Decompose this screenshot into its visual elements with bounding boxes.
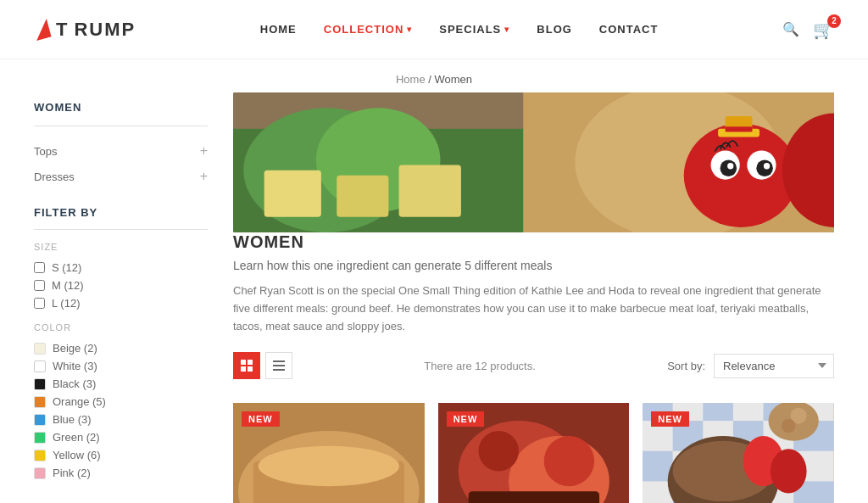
grid-view-button[interactable] [233, 352, 260, 379]
pink-swatch [34, 467, 46, 479]
sidebar-divider-1 [34, 126, 208, 126]
cart-button[interactable]: 🛒 2 [813, 20, 834, 40]
size-s-filter[interactable]: S (12) [34, 259, 208, 277]
product-card-2[interactable]: New [438, 403, 630, 503]
list-icon [273, 360, 285, 372]
beige-swatch [34, 343, 46, 355]
size-s-checkbox[interactable] [34, 262, 45, 273]
nav-blog[interactable]: BLOG [537, 23, 572, 36]
color-white-filter[interactable]: White (3) [34, 357, 208, 375]
sidebar-women-title: WOMEN [34, 101, 208, 114]
size-m-checkbox[interactable] [34, 280, 45, 291]
svg-rect-23 [248, 366, 253, 372]
product-badge-1: New [242, 411, 280, 427]
view-toggle [233, 352, 292, 379]
blue-swatch [34, 414, 46, 426]
svg-point-35 [543, 436, 593, 486]
grid-icon [241, 360, 253, 372]
nav-specials[interactable]: SPECIALS ▾ [439, 23, 509, 36]
svg-point-16 [764, 163, 770, 169]
color-black-filter[interactable]: Black (3) [34, 375, 208, 393]
size-filter-label: SIZE [34, 242, 208, 252]
svg-rect-19 [726, 126, 753, 131]
search-icon[interactable]: 🔍 [782, 21, 799, 37]
svg-point-57 [771, 450, 807, 494]
svg-rect-36 [468, 492, 598, 503]
nav-contact[interactable]: CONTACT [599, 23, 659, 36]
size-m-filter[interactable]: M (12) [34, 277, 208, 294]
logo-prefix: T [56, 19, 69, 41]
svg-rect-26 [273, 369, 285, 371]
nav-home[interactable]: HOME [260, 23, 297, 36]
product-badge-3: New [651, 411, 689, 427]
color-pink-filter[interactable]: Pink (2) [34, 464, 208, 482]
color-filter-label: COLOR [34, 322, 208, 333]
product-badge-2: New [447, 411, 485, 427]
svg-rect-25 [273, 365, 285, 366]
sort-select[interactable]: Relevance Price: Low to High Price: High… [714, 354, 834, 378]
specials-chevron: ▾ [504, 25, 509, 34]
logo[interactable]: TRUMP [34, 19, 136, 41]
yellow-swatch [34, 450, 46, 461]
sidebar-item-tops[interactable]: Tops + [34, 138, 208, 164]
size-l-checkbox[interactable] [34, 298, 45, 309]
category-description: Chef Ryan Scott is on the special One Sm… [233, 282, 834, 335]
size-l-filter[interactable]: L (12) [34, 294, 208, 312]
dresses-expand-icon: + [200, 169, 208, 184]
main-content: WOMEN Tops + Dresses + FILTER BY SIZE S … [0, 92, 868, 503]
color-green-filter[interactable]: Green (2) [34, 428, 208, 446]
nav-collection[interactable]: COLLECTION ▾ [324, 23, 413, 36]
logo-triangle [31, 19, 51, 41]
product-card-3[interactable]: New [643, 403, 834, 503]
svg-point-15 [727, 163, 733, 169]
main-nav: HOME COLLECTION ▾ SPECIALS ▾ BLOG CONTAC… [260, 23, 659, 36]
color-blue-filter[interactable]: Blue (3) [34, 411, 208, 428]
green-swatch [34, 432, 46, 444]
sort-section: Sort by: Relevance Price: Low to High Pr… [667, 354, 834, 378]
filter-by-title: FILTER BY [34, 206, 208, 219]
category-hero-image [233, 92, 834, 232]
black-swatch [34, 378, 46, 390]
svg-rect-22 [241, 366, 246, 372]
svg-rect-5 [337, 176, 388, 217]
sidebar: WOMEN Tops + Dresses + FILTER BY SIZE S … [34, 92, 208, 503]
breadcrumb-current: Women [434, 73, 472, 86]
logo-text: RUMP [74, 19, 136, 41]
svg-rect-4 [264, 170, 321, 217]
orange-swatch [34, 396, 46, 408]
category-subtitle: Learn how this one ingredient can genera… [233, 259, 834, 272]
category-title: WOMEN [233, 232, 834, 252]
svg-point-30 [259, 446, 399, 487]
svg-point-9 [684, 124, 798, 227]
sidebar-item-dresses[interactable]: Dresses + [34, 164, 208, 189]
sidebar-divider-2 [34, 229, 208, 230]
content-area: WOMEN Learn how this one ingredient can … [233, 92, 834, 503]
color-yellow-filter[interactable]: Yellow (6) [34, 446, 208, 464]
product-grid: New New [233, 403, 834, 503]
breadcrumb: Home / Women [0, 59, 868, 92]
header: TRUMP HOME COLLECTION ▾ SPECIALS ▾ BLOG … [0, 0, 868, 59]
toolbar: There are 12 products. Sort by: Relevanc… [233, 352, 834, 389]
breadcrumb-home[interactable]: Home [396, 73, 426, 86]
product-count: There are 12 products. [292, 360, 667, 372]
product-card-1[interactable]: New [233, 403, 425, 503]
sort-label: Sort by: [667, 360, 705, 372]
list-view-button[interactable] [265, 352, 292, 379]
color-beige-filter[interactable]: Beige (2) [34, 339, 208, 357]
color-orange-filter[interactable]: Orange (5) [34, 393, 208, 411]
svg-point-60 [782, 419, 796, 433]
white-swatch [34, 360, 46, 372]
header-icons: 🔍 🛒 2 [782, 20, 834, 40]
svg-rect-40 [704, 403, 734, 421]
hero-svg [233, 92, 834, 232]
svg-rect-20 [241, 360, 246, 365]
cart-badge: 2 [827, 14, 841, 28]
tops-expand-icon: + [200, 143, 208, 159]
svg-rect-24 [273, 360, 285, 362]
svg-rect-6 [399, 165, 461, 217]
svg-rect-21 [248, 360, 253, 365]
svg-point-34 [478, 431, 519, 472]
collection-chevron: ▾ [407, 25, 412, 34]
